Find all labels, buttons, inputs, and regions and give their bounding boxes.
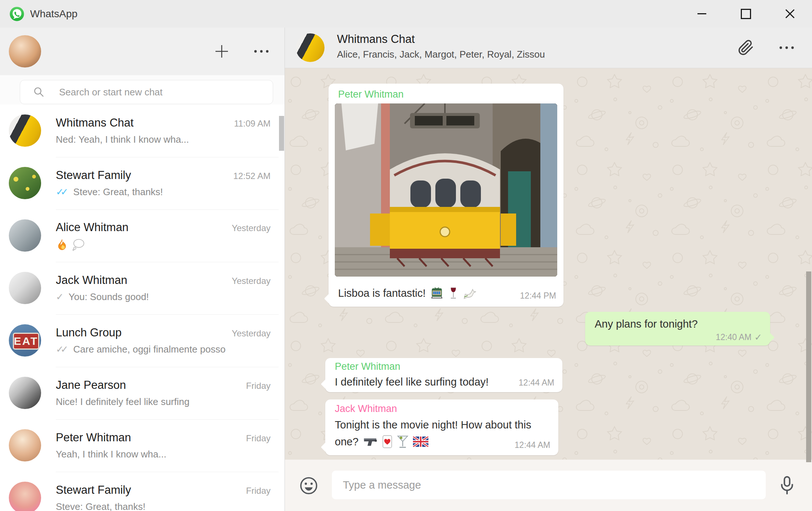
- avatar: [9, 219, 41, 252]
- message-text: Any plans for tonight?: [595, 316, 698, 332]
- chat-list-item-stewart-family-2[interactable]: Stewart FamilyFriday Steve: Great, thank…: [0, 472, 284, 511]
- conversation-panel: Whitmans Chat Alice, Francis, Jack, Marg…: [285, 28, 812, 511]
- chat-name: Alice Whitman: [56, 221, 128, 234]
- message-sender: Jack Whitman: [335, 403, 397, 415]
- chat-list-item-jane-pearson[interactable]: Jane PearsonFriday Nice! I definitely fe…: [0, 367, 284, 419]
- tram-emoji: [430, 286, 443, 300]
- avatar: [9, 272, 41, 304]
- chat-name: Peter Whitman: [56, 431, 131, 444]
- group-avatar[interactable]: [296, 33, 325, 62]
- sidebar-menu-button[interactable]: [253, 49, 270, 54]
- message-time: 12:44 PM: [520, 291, 556, 301]
- message-time: 12:40 AM: [716, 332, 751, 342]
- chat-time: Yesterday: [232, 276, 279, 286]
- conversation-members: Alice, Francis, Jack, Margot, Peter, Roy…: [337, 49, 545, 60]
- message-sender: Peter Whitman: [335, 361, 400, 372]
- message-incoming-image: Peter Whitman: [329, 84, 563, 307]
- sent-tick-icon: ✓: [56, 291, 65, 303]
- fire-emoji: [56, 238, 68, 251]
- chat-name: Stewart Family: [56, 169, 131, 182]
- chat-name: Stewart Family: [56, 483, 131, 497]
- message-sender: Peter Whitman: [338, 89, 404, 100]
- chat-scrollbar[interactable]: [806, 271, 811, 462]
- chat-name: Jack Whitman: [56, 274, 127, 287]
- emoji-picker-button[interactable]: [300, 477, 318, 495]
- chat-name: Lunch Group: [56, 326, 122, 339]
- chat-list-item-peter-whitman[interactable]: Peter WhitmanFriday Yeah, I think I know…: [0, 419, 284, 472]
- smiley-icon: [300, 477, 318, 495]
- chat-list-item-alice-whitman[interactable]: Alice WhitmanYesterday: [0, 209, 284, 262]
- uk-flag-emoji: [413, 437, 428, 447]
- sent-tick-icon: ✓: [754, 332, 762, 343]
- chat-preview: You: Sounds good!: [69, 291, 149, 303]
- message-text-line1: Tonight is the movie night! How about th…: [335, 417, 531, 432]
- image-caption: Lisboa is fantastic!: [338, 285, 426, 301]
- attach-button[interactable]: [738, 39, 754, 56]
- close-button[interactable]: [768, 0, 812, 28]
- chat-time: Friday: [246, 486, 279, 496]
- search-section: [0, 75, 284, 105]
- message-area: Peter Whitman: [285, 68, 812, 460]
- cocktail-glass-emoji: [397, 435, 409, 448]
- minimize-button[interactable]: [680, 0, 724, 28]
- microphone-icon: [780, 476, 794, 496]
- paperclip-icon: [738, 39, 754, 56]
- message-input[interactable]: [342, 479, 747, 492]
- sidebar: Whitmans Chat11:09 AM Ned: Yeah, I think…: [0, 28, 285, 511]
- title-bar: WhatsApp: [0, 0, 812, 28]
- chat-preview: Steve: Great, thanks!: [73, 186, 163, 198]
- close-icon: [785, 9, 795, 19]
- composer-bar: [285, 460, 812, 511]
- chat-list-item-jack-whitman[interactable]: Jack WhitmanYesterday ✓You: Sounds good!: [0, 262, 284, 314]
- tram-photo[interactable]: [335, 103, 557, 277]
- message-time: 12:44 AM: [515, 440, 550, 450]
- sidebar-scrollbar[interactable]: [279, 116, 284, 151]
- search-icon: [33, 87, 44, 98]
- message-incoming: Peter Whitman I definitely feel like sur…: [325, 358, 562, 392]
- dove-emoji: [463, 287, 478, 299]
- window-controls: [680, 0, 812, 28]
- search-input[interactable]: [58, 86, 251, 98]
- chat-time: Yesterday: [232, 223, 279, 233]
- sidebar-header: [0, 28, 284, 75]
- chat-time: Friday: [246, 381, 279, 391]
- search-box[interactable]: [20, 80, 273, 104]
- message-time: 12:44 AM: [519, 378, 554, 388]
- whatsapp-logo-icon: [10, 7, 24, 21]
- conversation-header[interactable]: Whitmans Chat Alice, Francis, Jack, Marg…: [285, 28, 812, 68]
- maximize-button[interactable]: [724, 0, 768, 28]
- avatar: [9, 482, 41, 511]
- message-text: I definitely feel like surfing today!: [335, 374, 489, 390]
- maximize-icon: [741, 9, 751, 19]
- thought-balloon-emoji: [72, 238, 85, 251]
- chat-preview: Steve: Great, thanks!: [56, 501, 145, 511]
- delivered-ticks-icon: ✓✓: [56, 344, 70, 355]
- avatar: [9, 429, 41, 461]
- chat-list: Whitmans Chat11:09 AM Ned: Yeah, I think…: [0, 105, 284, 511]
- my-profile-avatar[interactable]: [9, 35, 41, 67]
- eat-sign-label: EAT: [13, 333, 40, 350]
- voice-message-button[interactable]: [780, 476, 794, 496]
- new-chat-button[interactable]: [213, 43, 230, 60]
- pistol-emoji: [363, 436, 378, 447]
- avatar: [9, 114, 41, 147]
- message-text-line2: one?: [335, 434, 359, 449]
- hearts-card-emoji: [382, 435, 392, 448]
- wine-glass-emoji: [448, 286, 459, 300]
- message-outgoing: Any plans for tonight? 12:40 AM ✓: [585, 312, 770, 346]
- chat-list-item-lunch-group[interactable]: EAT Lunch GroupYesterday ✓✓Care amiche, …: [0, 314, 284, 367]
- read-ticks-icon: ✓✓: [56, 186, 70, 198]
- minimize-icon: [697, 13, 706, 14]
- chat-list-item-whitmans-chat[interactable]: Whitmans Chat11:09 AM Ned: Yeah, I think…: [0, 105, 284, 157]
- chat-name: Whitmans Chat: [56, 116, 134, 129]
- conversation-menu-button[interactable]: [778, 45, 795, 50]
- chat-preview: Care amiche, oggi finalmente posso: [73, 344, 226, 355]
- chat-name: Jane Pearson: [56, 379, 126, 392]
- avatar: EAT: [9, 324, 41, 357]
- message-input-box[interactable]: [332, 471, 766, 499]
- chat-list-item-stewart-family[interactable]: Stewart Family12:52 AM ✓✓Steve: Great, t…: [0, 157, 284, 209]
- chat-preview: Ned: Yeah, I think I know wha...: [56, 134, 189, 145]
- chat-time: Friday: [246, 433, 279, 444]
- chat-time: 12:52 AM: [233, 171, 279, 181]
- avatar: [9, 167, 41, 199]
